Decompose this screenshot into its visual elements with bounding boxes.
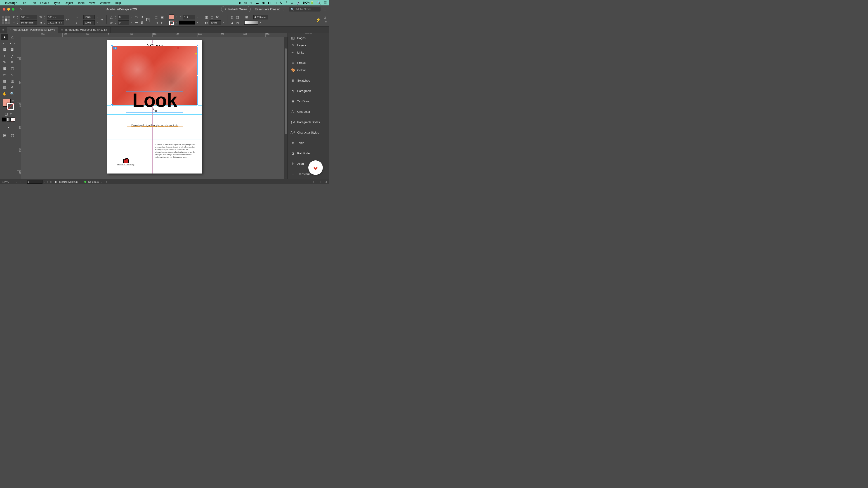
first-page-button[interactable]: |◂ xyxy=(20,181,23,183)
ruler-vertical[interactable]: 50 100 150 200 250 300 xyxy=(17,37,21,179)
cloud-icon[interactable]: ☁ xyxy=(256,1,259,4)
next-page-button[interactable]: ▸ xyxy=(47,181,49,183)
menu-type[interactable]: Type xyxy=(54,1,60,4)
gap-tool[interactable]: ⟷ xyxy=(9,40,16,46)
gradient-swatch[interactable] xyxy=(244,21,258,25)
stroke-swatch[interactable] xyxy=(169,20,174,25)
panel-colour[interactable]: 🎨Colour xyxy=(288,66,329,74)
opacity-dropdown[interactable]: ▸ xyxy=(222,20,225,25)
stroke-weight-field[interactable]: 0 pt xyxy=(183,15,195,20)
align-distribute-icon[interactable]: ⊞ xyxy=(244,15,249,20)
pen-tool[interactable]: ✎ xyxy=(1,59,8,65)
backup-icon[interactable]: ◐ xyxy=(268,1,271,4)
page-dropdown[interactable]: ⌄ xyxy=(43,181,46,183)
preflight-errors[interactable]: No errors xyxy=(88,181,99,183)
timemachine-icon[interactable]: ↻ xyxy=(280,1,283,4)
tab-about-museum[interactable]: × 4) About the Museum.indd @ 124% xyxy=(58,27,111,33)
selection-handle[interactable] xyxy=(111,104,113,106)
formatting-text-icon[interactable]: T xyxy=(9,112,13,116)
rotate-field[interactable]: 0° xyxy=(118,15,129,20)
zoom-tool[interactable]: 🔍 xyxy=(9,91,16,97)
shear-field[interactable]: 0° xyxy=(118,20,129,25)
logo-frame[interactable]: Museum of Art & Design xyxy=(117,159,135,166)
selection-handle[interactable] xyxy=(197,45,198,47)
gradient-feather-tool[interactable]: ◫ xyxy=(9,78,16,84)
app-name[interactable]: InDesign xyxy=(5,1,18,4)
rotate-dropdown[interactable]: ▾ xyxy=(130,15,133,20)
guide[interactable] xyxy=(107,114,202,115)
constrain-proportions-icon[interactable]: ⚯ xyxy=(65,18,70,22)
panel-paragraph-styles[interactable]: ¶↲Paragraph Styles xyxy=(288,119,329,126)
dropbox-icon[interactable]: ⧉ xyxy=(244,1,247,5)
gap-stepper[interactable]: ▴▾ xyxy=(250,15,252,20)
apply-none-icon[interactable] xyxy=(11,118,15,122)
strokestyle-dropdown[interactable]: ▾ xyxy=(196,20,199,25)
sync-icon[interactable]: ◑ xyxy=(262,1,265,4)
wifi-icon[interactable]: ⊕ xyxy=(291,1,293,4)
scroll-left-button[interactable]: ◂ xyxy=(105,181,107,183)
zoom-dropdown[interactable]: ⌄ xyxy=(16,180,18,183)
h-field[interactable]: 130.133 mm xyxy=(47,20,64,25)
strokewt-dropdown[interactable]: ▾ xyxy=(196,15,199,20)
fill-stroke-proxy[interactable]: ⤭ xyxy=(3,99,14,110)
ruler-horizontal[interactable]: -150 -100 -50 0 50 100 150 200 250 300 3… xyxy=(17,33,287,37)
menu-object[interactable]: Object xyxy=(65,1,73,4)
fill-swatch[interactable] xyxy=(169,14,174,20)
vertical-scrollbar[interactable]: ▴ ▾ xyxy=(284,37,287,179)
page-tool[interactable]: ▭ xyxy=(1,40,8,46)
selection-handle[interactable] xyxy=(111,45,113,47)
rectangle-frame-tool[interactable]: ⊠ xyxy=(1,66,8,71)
drop-shadow-icon[interactable]: ◪ xyxy=(230,20,234,25)
panel-transform[interactable]: ⊞Transform xyxy=(288,170,329,177)
subtitle-text-frame[interactable]: Exploring design through everyday object… xyxy=(127,124,183,127)
settings-icon[interactable]: ⚙ xyxy=(323,16,327,20)
flip-proxy-icon[interactable]: P xyxy=(145,18,150,22)
direct-selection-tool[interactable]: △ xyxy=(9,34,16,40)
adobe-stock-search[interactable]: 🔍 Adobe Stock xyxy=(289,7,320,11)
rotate-cw-icon[interactable]: ↻ xyxy=(134,15,139,20)
errors-dropdown[interactable]: ⌄ xyxy=(101,180,103,183)
preflight-menu-icon[interactable]: ◐ xyxy=(55,180,57,183)
select-container-icon[interactable]: ⬚ xyxy=(154,15,159,20)
panel-stroke[interactable]: ≡Stroke xyxy=(288,59,329,66)
spotlight-icon[interactable]: 🔍 xyxy=(317,1,321,4)
close-tab-icon[interactable]: × xyxy=(10,29,11,31)
panel-layers[interactable]: ≋Layers xyxy=(288,41,329,49)
rotate-ccw-icon[interactable]: ↺ xyxy=(140,15,144,20)
close-window-button[interactable] xyxy=(3,8,5,11)
battery-status[interactable]: 100% 🔋 xyxy=(303,1,314,4)
scissors-tool[interactable]: ✂ xyxy=(1,72,8,78)
h-stepper[interactable]: ▴▾ xyxy=(43,20,46,25)
guide[interactable] xyxy=(107,139,202,139)
scaley-dropdown[interactable]: ▾ xyxy=(96,20,99,25)
flip-h-icon[interactable]: ⇋ xyxy=(134,20,139,25)
content-collector-tool[interactable]: ⊡ xyxy=(1,46,8,53)
panel-links[interactable]: ⚯Links xyxy=(288,49,329,56)
stroke-dropdown[interactable]: ▸ xyxy=(175,21,178,25)
document-page[interactable]: A Closer ⟲ Look xyxy=(107,40,202,173)
menu-window[interactable]: Window xyxy=(100,1,110,4)
content-placer-tool[interactable]: ⊟ xyxy=(9,46,16,53)
swap-fill-stroke-icon[interactable]: ⤭ xyxy=(12,99,14,102)
bluetooth-icon[interactable]: ᛒ xyxy=(286,1,287,4)
tabs-scroll-icon[interactable]: ◂◂ xyxy=(1,29,4,31)
selection-handle[interactable] xyxy=(197,75,198,76)
workspace-switcher[interactable]: Essentials Classic ⌄ xyxy=(255,7,285,11)
home-icon[interactable]: ⌂ xyxy=(20,7,22,11)
formatting-container-icon[interactable]: ▢ xyxy=(4,112,8,116)
panel-swatches[interactable]: ▦Swatches xyxy=(288,77,329,84)
gap-field[interactable]: 4.233 mm xyxy=(253,15,268,20)
selection-handle[interactable] xyxy=(197,104,198,106)
apply-color-icon[interactable] xyxy=(2,118,6,122)
split-view-icon[interactable]: ◫ xyxy=(318,180,321,184)
line-tool[interactable]: ╱ xyxy=(9,53,16,59)
menu-file[interactable]: File xyxy=(22,1,26,4)
volume-icon[interactable]: 🔊 xyxy=(297,1,301,4)
corner-options-icon[interactable]: ◰ xyxy=(235,20,240,25)
cc-icon[interactable]: ◎ xyxy=(250,1,252,4)
menu-view[interactable]: View xyxy=(89,1,95,4)
tab-exhibition-poster[interactable]: × *8) Exhibition Poster.indd @ 124% xyxy=(7,27,58,33)
panel-text-wrap[interactable]: ▣Text Wrap xyxy=(288,98,329,105)
gradient-swatch-tool[interactable]: ▦ xyxy=(1,78,8,84)
selection-handle[interactable] xyxy=(111,75,113,76)
